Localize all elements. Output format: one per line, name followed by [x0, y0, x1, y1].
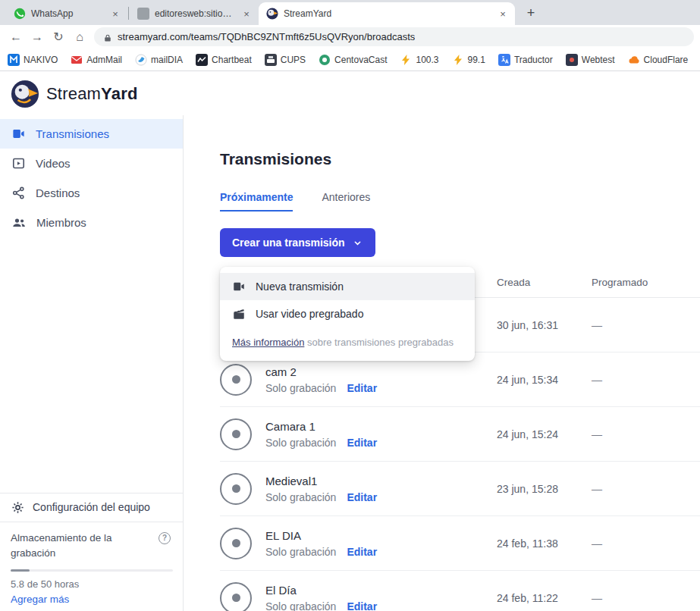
- streamyard-favicon: [266, 8, 278, 20]
- new-tab-button[interactable]: +: [521, 3, 541, 23]
- edit-link[interactable]: Editar: [347, 437, 377, 449]
- videocam-icon: [11, 127, 26, 141]
- add-more-link[interactable]: Agregar más: [11, 594, 172, 605]
- table-row[interactable]: El Día Solo grabaciónEditar 24 feb, 11:2…: [220, 571, 700, 611]
- bookmark-label: mailDIA: [151, 55, 183, 65]
- team-settings-button[interactable]: Configuración del equipo: [0, 494, 183, 522]
- bolt-icon: [452, 54, 464, 66]
- printer-icon: [265, 54, 277, 66]
- edit-link[interactable]: Editar: [347, 600, 377, 611]
- edit-link[interactable]: Editar: [347, 546, 377, 558]
- address-bar: ← → ↻ ⌂ streamyard.com/teams/TQDhBC9ZNTm…: [0, 25, 700, 49]
- edit-link[interactable]: Editar: [347, 491, 377, 503]
- forward-icon[interactable]: →: [27, 27, 47, 47]
- nakivo-icon: [8, 54, 20, 66]
- broadcast-title: Medieval1: [265, 475, 377, 487]
- tab-close-icon[interactable]: ×: [240, 8, 253, 20]
- people-icon: [11, 215, 27, 230]
- record-icon: [220, 473, 252, 505]
- broadcast-title: El Día: [265, 584, 377, 597]
- tab-close-icon[interactable]: ×: [109, 8, 121, 20]
- bookmark-label: CloudFlare: [644, 55, 689, 65]
- app-header: StreamYard: [0, 72, 700, 115]
- reload-icon[interactable]: ↻: [49, 27, 68, 47]
- bookmark-label: CentovaCast: [334, 55, 387, 65]
- storage-section: Almacenamiento de la grabación ? 5.8 de …: [0, 522, 183, 611]
- created-cell: 30 jun, 16:31: [497, 319, 592, 331]
- sidebar-item-miembros[interactable]: Miembros: [0, 208, 183, 237]
- sidebar-item-videos[interactable]: Videos: [0, 149, 183, 178]
- menu-item-prerecorded-video[interactable]: Usar video pregrabado: [220, 300, 475, 327]
- created-cell: 24 jun, 15:34: [497, 374, 592, 386]
- bookmark-nakivo[interactable]: NAKIVO: [8, 54, 58, 66]
- mail-icon: [71, 54, 83, 66]
- bookmark-webtest[interactable]: Webtest: [566, 54, 615, 66]
- storage-title: Almacenamiento de la grabación: [11, 531, 141, 562]
- bookmark-maildia[interactable]: mailDIA: [135, 54, 183, 66]
- bookmark-centovacast[interactable]: CentovaCast: [319, 54, 387, 66]
- scheduled-cell: —: [592, 537, 700, 550]
- broadcast-subtitle: Solo grabación: [265, 491, 336, 503]
- whatsapp-icon: [14, 8, 26, 20]
- bookmark-chartbeat[interactable]: Chartbeat: [196, 54, 252, 66]
- bookmark-100-3[interactable]: 100.3: [400, 54, 438, 66]
- bookmarks-bar: NAKIVO AdmMail mailDIA Chartbeat CUPS Ce…: [0, 49, 700, 71]
- column-created: Creada: [497, 277, 592, 288]
- tab-close-icon[interactable]: ×: [497, 8, 509, 20]
- streamyard-logo[interactable]: StreamYard: [11, 80, 138, 108]
- help-icon[interactable]: ?: [159, 532, 171, 544]
- table-row[interactable]: Medieval1 Solo grabaciónEditar 23 jun, 1…: [220, 462, 700, 516]
- bookmark-label: NAKIVO: [24, 55, 58, 65]
- tab-proximamente[interactable]: Próximamente: [220, 191, 293, 212]
- webtest-icon: [566, 54, 578, 66]
- dropdown-info-text: sobre transmisiones pregrabadas: [304, 337, 454, 348]
- videocam-icon: [232, 280, 246, 293]
- menu-item-new-broadcast[interactable]: Nueva transmisión: [220, 273, 475, 300]
- bookmark-label: Chartbeat: [212, 55, 252, 65]
- main-content: Transmisiones Próximamente Anteriores Cr…: [184, 115, 700, 611]
- bookmark-label: 100.3: [416, 55, 438, 65]
- created-cell: 24 feb, 11:38: [497, 537, 592, 550]
- more-info-link[interactable]: Más información: [232, 337, 304, 348]
- sidebar-item-label: Destinos: [36, 186, 80, 199]
- sidebar-nav: Transmisiones Videos Destinos Miembros: [0, 115, 183, 237]
- sidebar-item-destinos[interactable]: Destinos: [0, 178, 183, 208]
- back-icon[interactable]: ←: [6, 27, 26, 47]
- broadcast-name-cell: Medieval1 Solo grabaciónEditar: [220, 473, 497, 505]
- table-row[interactable]: EL DIA Solo grabaciónEditar 24 feb, 11:3…: [220, 516, 700, 571]
- sidebar-item-transmisiones[interactable]: Transmisiones: [0, 119, 183, 149]
- browser-tab-strip: WhatsApp × editoresweb:sitioweb:eldia.co…: [0, 0, 700, 25]
- bookmark-label: AdmMail: [86, 55, 122, 65]
- bookmark-label: Webtest: [582, 55, 615, 65]
- storage-usage: 5.8 de 50 horas: [11, 578, 172, 590]
- table-row[interactable]: Camara 1 Solo grabaciónEditar 24 jun, 15…: [220, 407, 700, 462]
- broadcast-title: EL DIA: [265, 529, 377, 542]
- tab-streamyard[interactable]: StreamYard ×: [259, 2, 515, 25]
- dropdown-info: Más información sobre transmisiones preg…: [220, 327, 475, 355]
- share-icon: [11, 186, 26, 200]
- tab-whatsapp[interactable]: WhatsApp ×: [6, 2, 127, 25]
- video-library-icon: [11, 156, 26, 171]
- page-title: Transmisiones: [220, 150, 700, 168]
- create-broadcast-label: Crear una transmisión: [232, 237, 345, 249]
- bookmark-cups[interactable]: CUPS: [265, 54, 306, 66]
- tab-anteriores[interactable]: Anteriores: [322, 191, 370, 212]
- bookmark-cloudflare[interactable]: CloudFlare: [628, 54, 689, 66]
- create-broadcast-dropdown: Nueva transmisión Usar video pregrabado …: [220, 267, 475, 361]
- cloud-icon: [628, 54, 640, 66]
- bookmark-99-1[interactable]: 99.1: [452, 54, 485, 66]
- sidebar-footer: Configuración del equipo Almacenamiento …: [0, 493, 183, 611]
- sidebar: Transmisiones Videos Destinos Miembros: [0, 115, 184, 611]
- bookmark-traductor[interactable]: Traductor: [498, 54, 553, 66]
- tab-eldia[interactable]: editoresweb:sitioweb:eldia.co ×: [130, 2, 259, 25]
- broadcast-title: cam 2: [265, 365, 377, 378]
- record-icon: [220, 364, 252, 396]
- created-cell: 24 jun, 15:24: [497, 428, 592, 440]
- url-bar[interactable]: streamyard.com/teams/TQDhBC9ZNTmft6z5UsQ…: [94, 27, 694, 46]
- bookmark-admmail[interactable]: AdmMail: [71, 54, 122, 66]
- browser-window: WhatsApp × editoresweb:sitioweb:eldia.co…: [0, 0, 700, 611]
- broadcast-name-cell: cam 2 Solo grabaciónEditar: [220, 364, 497, 396]
- edit-link[interactable]: Editar: [347, 382, 377, 394]
- home-icon[interactable]: ⌂: [70, 27, 89, 47]
- create-broadcast-button[interactable]: Crear una transmisión: [220, 228, 375, 257]
